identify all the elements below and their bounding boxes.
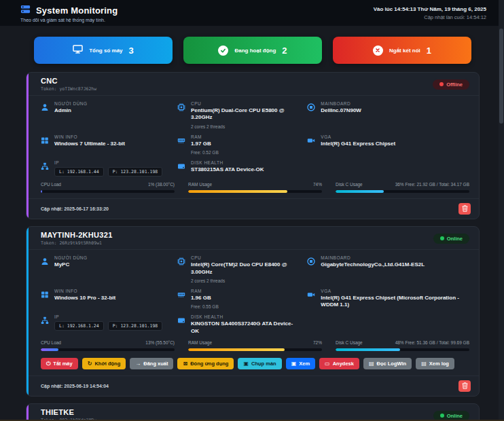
logout-button[interactable]: →Đăng xuất	[130, 358, 173, 369]
disk-value: KINGSTON SA400S37240G ATA Device-OK	[191, 321, 300, 335]
ram-icon	[177, 135, 185, 147]
cpu-load-bar	[41, 348, 58, 351]
cpu-load-label: CPU Load	[41, 340, 61, 345]
restart-icon: ↻	[88, 361, 92, 367]
user-value: Admin	[54, 107, 88, 114]
vga-icon	[307, 135, 315, 147]
status-badge: Offline	[433, 79, 469, 90]
machine-info-grid: NGƯỜI DÙNG MyPC CPU Intel(R) Core(TM)2 D…	[26, 250, 479, 336]
camera-icon: ▣	[243, 361, 249, 367]
restart-button[interactable]: ↻Khởi động	[82, 358, 126, 369]
scrollbar-thumb[interactable]	[499, 29, 503, 124]
close-app-button[interactable]: ⊠Đóng ứng dụng	[177, 358, 234, 369]
card-accent-bar	[26, 227, 29, 396]
usage-bars: CPU Load 13% (55.50°C) RAM Usage 72% Dis…	[26, 336, 479, 356]
delete-machine-button[interactable]	[458, 203, 471, 215]
info-win: WIN INFO Windows 7 Ultimate - 32-bit	[41, 134, 170, 155]
info-empty	[307, 314, 469, 335]
remote-monitor-icon: ▭	[325, 361, 330, 367]
page-scrollbar[interactable]	[499, 0, 504, 421]
info-disk: DISK HEALTH KINGSTON SA400S37240G ATA De…	[177, 314, 300, 335]
card-updated: Cập nhật: 2025-06-19 14:54:04	[41, 384, 109, 388]
file-button[interactable]: ▤Đọc LogWin	[363, 358, 412, 369]
trash-icon	[462, 381, 468, 391]
file-icon: ▤	[369, 361, 374, 367]
network-icon	[41, 161, 49, 173]
ip-public-badge: P: 123.28.101.198	[108, 321, 163, 331]
file-button[interactable]: ▤Xem log	[416, 358, 454, 369]
token-label: Token:	[41, 240, 56, 246]
machine-card-header: THIETKE Token: 0O2v1b9Xdm1M9v Online	[26, 404, 479, 421]
machine-card: THIETKE Token: 0O2v1b9Xdm1M9v Online NGƯ…	[26, 403, 480, 421]
stat-label: Đang hoạt động	[234, 48, 276, 54]
info-ip: IP L: 192.168.1.44 P: 123.28.101.198	[41, 160, 170, 177]
machine-card: MAYTINH-2KHU321 Token: 26Rz9tk9t5Rh09w1 …	[26, 226, 480, 397]
usage-bars: CPU Load 1% (38.00°C) RAM Usage 74% Disk…	[26, 178, 479, 198]
machine-card-header: CNC Token: yoTIWnc87J62hw Offline	[26, 73, 479, 96]
cpu-icon	[177, 102, 185, 114]
disk-usage-value: 36% Free: 21.92 GB / Total: 34.17 GB	[395, 182, 469, 187]
ram-usage-label: RAM Usage	[188, 340, 212, 345]
info-ram: RAM 1.97 GB Free: 0.52 GB	[177, 134, 300, 155]
ip-local-badge: L: 192.168.1.24	[54, 321, 104, 331]
delete-machine-button[interactable]	[458, 380, 471, 392]
info-empty	[307, 160, 469, 177]
view-camera-button[interactable]: ▣Xem	[286, 358, 315, 369]
machine-card: CNC Token: yoTIWnc87J62hw Offline NGƯỜI …	[26, 72, 480, 219]
app-subtitle: Theo dõi và giám sát hệ thống máy tính.	[20, 18, 118, 22]
main-content: Tổng số máy 3 Đang hoạt động 2 Ngắt kết …	[26, 37, 480, 421]
stat-online-machines: Đang hoạt động 2	[183, 37, 322, 64]
cpu-load-value: 13% (55.50°C)	[145, 340, 175, 345]
status-dot-icon	[440, 236, 444, 240]
x-circle-icon	[373, 45, 383, 56]
cpu-load-value: 1% (38.00°C)	[148, 182, 175, 187]
ram-usage-label: RAM Usage	[188, 182, 212, 187]
action-label: Tắt máy	[53, 361, 72, 367]
stat-value: 2	[282, 45, 287, 56]
card-accent-bar	[26, 404, 29, 421]
cpu-value: Pentium(R) Dual-Core CPU E5800 @ 3.20GHz	[191, 107, 300, 122]
action-label: Khởi động	[94, 361, 120, 367]
file-icon: ▤	[421, 361, 427, 367]
ip-local-badge: L: 192.168.1.44	[54, 167, 104, 177]
status-dot-icon	[439, 82, 444, 86]
user-icon	[41, 256, 49, 268]
cpu-icon	[177, 256, 185, 268]
power-button[interactable]: ⏻Tắt máy	[41, 358, 78, 369]
info-mainboard: MAINBOARD GigabyteTechnologyCo.,Ltd.G41M…	[307, 255, 469, 283]
status-label: Online	[447, 413, 463, 419]
ram-free: Free: 0.55 GB	[191, 304, 219, 309]
action-label: Đọc LogWin	[376, 361, 406, 367]
current-time: Vào lúc 14:54:13 Thứ Năm, 19 tháng 6, 20…	[374, 6, 486, 12]
user-icon	[41, 102, 49, 114]
card-updated-time: 2025-06-17 16:33:20	[64, 206, 109, 211]
token-value: 26Rz9tk9t5Rh09w1	[59, 240, 102, 246]
ram-usage-value: 72%	[313, 340, 322, 345]
action-label: Đăng xuất	[143, 361, 168, 367]
info-vga: VGA Intel(R) G41 Express Chipset (Micros…	[307, 289, 469, 309]
disk-value: ST380215AS ATA Device-OK	[191, 166, 264, 173]
ram-usage-value: 74%	[313, 182, 322, 187]
disk-usage-label: Disk C Usage	[336, 182, 363, 187]
ram-usage-meter: RAM Usage 74%	[188, 182, 322, 193]
info-vga: VGA Intel(R) G41 Express Chipset	[307, 134, 469, 155]
disk-usage-meter: Disk C Usage 48% Free: 51.36 GB / Total:…	[336, 340, 469, 351]
token-value: yoTIWnc87J62hw	[59, 86, 96, 92]
cpu-cores: 2 cores 2 threads	[191, 278, 300, 283]
info-win: WIN INFO Windows 10 Pro - 32-bit	[41, 289, 170, 309]
stat-value: 3	[129, 45, 134, 56]
windows-icon	[41, 135, 49, 147]
ram-usage-bar	[188, 348, 285, 351]
logout-icon: →	[135, 361, 141, 367]
camera-button[interactable]: ▣Chụp màn	[238, 358, 281, 369]
machine-info-grid: NGƯỜI DÙNG Admin CPU Pentium(R) Dual-Cor…	[26, 96, 479, 178]
card-updated: Cập nhật: 2025-06-17 16:33:20	[41, 206, 109, 211]
machine-name: MAYTINH-2KHU321	[41, 231, 113, 239]
remote-monitor-button[interactable]: ▭Anydesk	[319, 358, 359, 369]
machine-card-header: MAYTINH-2KHU321 Token: 26Rz9tk9t5Rh09w1 …	[26, 227, 479, 250]
win-value: Windows 10 Pro - 32-bit	[54, 295, 115, 301]
mainboard-value: GigabyteTechnologyCo.,Ltd.G41M-ES2L	[321, 261, 425, 268]
action-label: Chụp màn	[251, 361, 276, 367]
mainboard-icon	[307, 102, 315, 114]
cpu-load-meter: CPU Load 13% (55.50°C)	[41, 340, 175, 351]
